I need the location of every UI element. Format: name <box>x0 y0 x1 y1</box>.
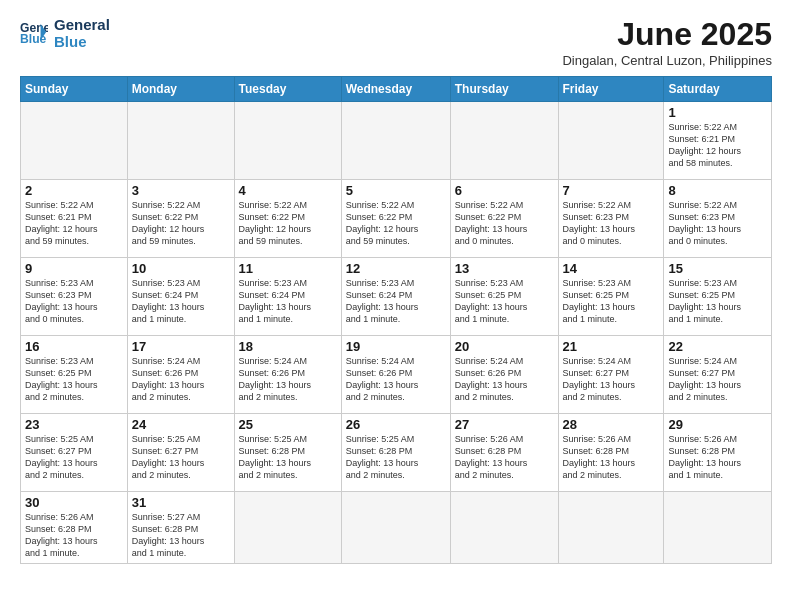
table-cell-empty <box>558 492 664 564</box>
day-number: 9 <box>25 261 123 276</box>
col-tuesday: Tuesday <box>234 77 341 102</box>
table-cell-day19: 19 Sunrise: 5:24 AMSunset: 6:26 PMDaylig… <box>341 336 450 414</box>
day-number: 12 <box>346 261 446 276</box>
day-info: Sunrise: 5:23 AMSunset: 6:24 PMDaylight:… <box>346 277 446 326</box>
table-row: 30 Sunrise: 5:26 AMSunset: 6:28 PMDaylig… <box>21 492 772 564</box>
table-cell-empty <box>234 492 341 564</box>
col-saturday: Saturday <box>664 77 772 102</box>
day-info: Sunrise: 5:23 AMSunset: 6:24 PMDaylight:… <box>132 277 230 326</box>
table-cell-day9: 9 Sunrise: 5:23 AMSunset: 6:23 PMDayligh… <box>21 258 128 336</box>
table-cell-day8: 8 Sunrise: 5:22 AMSunset: 6:23 PMDayligh… <box>664 180 772 258</box>
table-cell-day31: 31 Sunrise: 5:27 AMSunset: 6:28 PMDaylig… <box>127 492 234 564</box>
title-block: June 2025 Dingalan, Central Luzon, Phili… <box>562 16 772 68</box>
day-number: 19 <box>346 339 446 354</box>
day-info: Sunrise: 5:22 AMSunset: 6:23 PMDaylight:… <box>668 199 767 248</box>
col-thursday: Thursday <box>450 77 558 102</box>
day-info: Sunrise: 5:27 AMSunset: 6:28 PMDaylight:… <box>132 511 230 560</box>
day-number: 5 <box>346 183 446 198</box>
table-cell-day28: 28 Sunrise: 5:26 AMSunset: 6:28 PMDaylig… <box>558 414 664 492</box>
logo-blue: Blue <box>54 33 110 50</box>
table-cell-day17: 17 Sunrise: 5:24 AMSunset: 6:26 PMDaylig… <box>127 336 234 414</box>
day-info: Sunrise: 5:24 AMSunset: 6:26 PMDaylight:… <box>239 355 337 404</box>
day-number: 13 <box>455 261 554 276</box>
day-info: Sunrise: 5:24 AMSunset: 6:26 PMDaylight:… <box>455 355 554 404</box>
table-cell-empty <box>450 492 558 564</box>
table-row: 23 Sunrise: 5:25 AMSunset: 6:27 PMDaylig… <box>21 414 772 492</box>
day-info: Sunrise: 5:23 AMSunset: 6:24 PMDaylight:… <box>239 277 337 326</box>
day-number: 11 <box>239 261 337 276</box>
table-cell-day23: 23 Sunrise: 5:25 AMSunset: 6:27 PMDaylig… <box>21 414 128 492</box>
day-number: 8 <box>668 183 767 198</box>
day-info: Sunrise: 5:22 AMSunset: 6:23 PMDaylight:… <box>563 199 660 248</box>
table-cell-day20: 20 Sunrise: 5:24 AMSunset: 6:26 PMDaylig… <box>450 336 558 414</box>
col-friday: Friday <box>558 77 664 102</box>
logo-general: General <box>54 16 110 33</box>
day-info: Sunrise: 5:22 AMSunset: 6:21 PMDaylight:… <box>668 121 767 170</box>
day-info: Sunrise: 5:26 AMSunset: 6:28 PMDaylight:… <box>455 433 554 482</box>
day-number: 17 <box>132 339 230 354</box>
table-cell-day6: 6 Sunrise: 5:22 AMSunset: 6:22 PMDayligh… <box>450 180 558 258</box>
day-number: 18 <box>239 339 337 354</box>
day-info: Sunrise: 5:22 AMSunset: 6:22 PMDaylight:… <box>455 199 554 248</box>
table-cell-day14: 14 Sunrise: 5:23 AMSunset: 6:25 PMDaylig… <box>558 258 664 336</box>
day-info: Sunrise: 5:24 AMSunset: 6:26 PMDaylight:… <box>346 355 446 404</box>
col-monday: Monday <box>127 77 234 102</box>
day-number: 15 <box>668 261 767 276</box>
day-number: 25 <box>239 417 337 432</box>
day-info: Sunrise: 5:22 AMSunset: 6:22 PMDaylight:… <box>346 199 446 248</box>
day-info: Sunrise: 5:22 AMSunset: 6:22 PMDaylight:… <box>239 199 337 248</box>
calendar-header-row: Sunday Monday Tuesday Wednesday Thursday… <box>21 77 772 102</box>
day-info: Sunrise: 5:23 AMSunset: 6:25 PMDaylight:… <box>455 277 554 326</box>
table-row: 16 Sunrise: 5:23 AMSunset: 6:25 PMDaylig… <box>21 336 772 414</box>
day-number: 29 <box>668 417 767 432</box>
day-number: 1 <box>668 105 767 120</box>
day-info: Sunrise: 5:25 AMSunset: 6:27 PMDaylight:… <box>25 433 123 482</box>
table-cell-day30: 30 Sunrise: 5:26 AMSunset: 6:28 PMDaylig… <box>21 492 128 564</box>
table-cell-day15: 15 Sunrise: 5:23 AMSunset: 6:25 PMDaylig… <box>664 258 772 336</box>
day-number: 22 <box>668 339 767 354</box>
day-info: Sunrise: 5:25 AMSunset: 6:28 PMDaylight:… <box>346 433 446 482</box>
table-row: 2 Sunrise: 5:22 AMSunset: 6:21 PMDayligh… <box>21 180 772 258</box>
day-info: Sunrise: 5:22 AMSunset: 6:21 PMDaylight:… <box>25 199 123 248</box>
logo: General Blue General Blue <box>20 16 110 51</box>
header: General Blue General Blue June 2025 Ding… <box>20 16 772 68</box>
day-number: 3 <box>132 183 230 198</box>
table-cell-day11: 11 Sunrise: 5:23 AMSunset: 6:24 PMDaylig… <box>234 258 341 336</box>
table-cell-day2: 2 Sunrise: 5:22 AMSunset: 6:21 PMDayligh… <box>21 180 128 258</box>
table-cell-day24: 24 Sunrise: 5:25 AMSunset: 6:27 PMDaylig… <box>127 414 234 492</box>
day-number: 10 <box>132 261 230 276</box>
day-info: Sunrise: 5:24 AMSunset: 6:27 PMDaylight:… <box>563 355 660 404</box>
table-row: 9 Sunrise: 5:23 AMSunset: 6:23 PMDayligh… <box>21 258 772 336</box>
day-number: 21 <box>563 339 660 354</box>
day-number: 31 <box>132 495 230 510</box>
page: General Blue General Blue June 2025 Ding… <box>0 0 792 612</box>
table-cell-day10: 10 Sunrise: 5:23 AMSunset: 6:24 PMDaylig… <box>127 258 234 336</box>
day-info: Sunrise: 5:24 AMSunset: 6:27 PMDaylight:… <box>668 355 767 404</box>
day-info: Sunrise: 5:23 AMSunset: 6:23 PMDaylight:… <box>25 277 123 326</box>
table-cell-day7: 7 Sunrise: 5:22 AMSunset: 6:23 PMDayligh… <box>558 180 664 258</box>
day-info: Sunrise: 5:26 AMSunset: 6:28 PMDaylight:… <box>25 511 123 560</box>
day-number: 26 <box>346 417 446 432</box>
day-number: 4 <box>239 183 337 198</box>
table-cell-day13: 13 Sunrise: 5:23 AMSunset: 6:25 PMDaylig… <box>450 258 558 336</box>
day-info: Sunrise: 5:23 AMSunset: 6:25 PMDaylight:… <box>563 277 660 326</box>
calendar: Sunday Monday Tuesday Wednesday Thursday… <box>20 76 772 564</box>
day-number: 16 <box>25 339 123 354</box>
table-cell-day26: 26 Sunrise: 5:25 AMSunset: 6:28 PMDaylig… <box>341 414 450 492</box>
table-cell-day27: 27 Sunrise: 5:26 AMSunset: 6:28 PMDaylig… <box>450 414 558 492</box>
day-number: 7 <box>563 183 660 198</box>
day-number: 2 <box>25 183 123 198</box>
day-number: 6 <box>455 183 554 198</box>
day-info: Sunrise: 5:25 AMSunset: 6:27 PMDaylight:… <box>132 433 230 482</box>
day-number: 20 <box>455 339 554 354</box>
table-cell-empty <box>234 102 341 180</box>
month-title: June 2025 <box>562 16 772 53</box>
day-number: 28 <box>563 417 660 432</box>
col-sunday: Sunday <box>21 77 128 102</box>
table-cell-day16: 16 Sunrise: 5:23 AMSunset: 6:25 PMDaylig… <box>21 336 128 414</box>
table-cell-empty <box>341 492 450 564</box>
table-cell-empty <box>341 102 450 180</box>
table-cell-day3: 3 Sunrise: 5:22 AMSunset: 6:22 PMDayligh… <box>127 180 234 258</box>
table-cell-day5: 5 Sunrise: 5:22 AMSunset: 6:22 PMDayligh… <box>341 180 450 258</box>
day-info: Sunrise: 5:22 AMSunset: 6:22 PMDaylight:… <box>132 199 230 248</box>
